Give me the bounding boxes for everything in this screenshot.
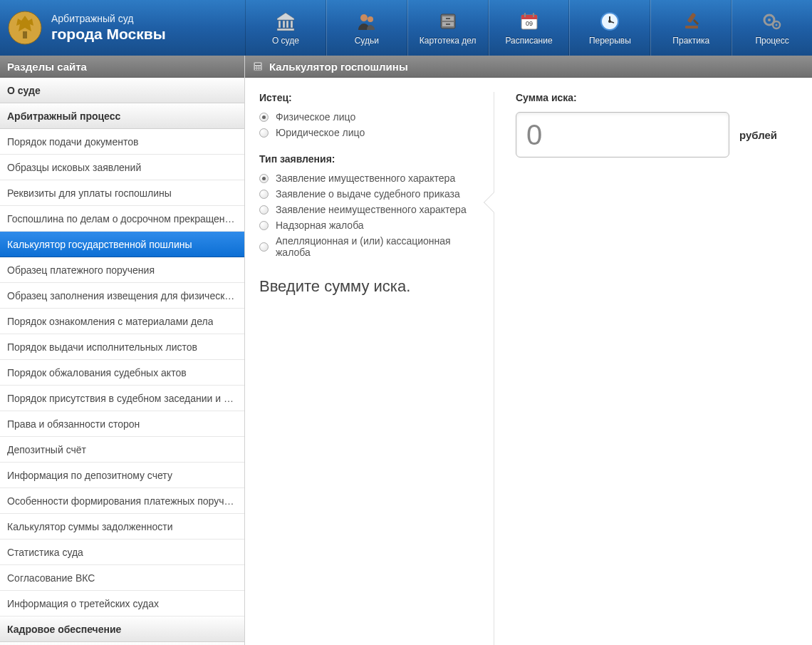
sidebar-item-label: Калькулятор суммы задолженности	[7, 521, 173, 532]
sidebar-item[interactable]: Реквизиты для уплаты госпошлины	[0, 180, 244, 206]
nav-judges[interactable]: Судьи	[326, 0, 407, 56]
sidebar-item[interactable]: Статистика суда	[0, 540, 244, 565]
sidebar-item[interactable]: Образцы исковых заявлений	[0, 155, 244, 180]
sidebar-item-label: Реквизиты для уплаты госпошлины	[7, 187, 172, 199]
radio-icon	[259, 221, 269, 230]
nav-process[interactable]: Процесс	[732, 0, 812, 56]
sidebar-item-label: Порядок ознакомления с материалами дела	[7, 316, 213, 327]
nav-cases[interactable]: Картотека дел	[407, 0, 489, 56]
nav-schedule[interactable]: 09 Расписание	[489, 0, 570, 56]
svg-point-28	[257, 66, 259, 68]
sidebar-item[interactable]: Особенности формирования платежных поруч…	[0, 488, 244, 514]
calendar-icon: 09	[518, 10, 541, 33]
claim-type-radio-group: Заявление имущественного характераЗаявле…	[259, 170, 479, 260]
sidebar-item-label: Кадровое обеспечение	[7, 624, 121, 635]
calculator-icon	[252, 61, 264, 72]
svg-point-29	[259, 66, 261, 68]
radio-label: Юридическое лицо	[276, 127, 365, 138]
sidebar-item[interactable]: Порядок подачи документов	[0, 129, 244, 155]
sidebar-item[interactable]: Порядок обжалования судебных актов	[0, 360, 244, 386]
header-brand[interactable]: Арбитражный суд города Москвы	[0, 0, 245, 56]
sidebar-item-label: Особенности формирования платежных поруч…	[7, 495, 234, 507]
sidebar-item-label: Арбитражный процесс	[7, 110, 120, 122]
sidebar-item-label: Госпошлина по делам о досрочном прекраще…	[7, 213, 235, 225]
radio-label: Заявление о выдаче судебного приказа	[276, 188, 460, 200]
radio-icon	[259, 190, 269, 199]
app-header: Арбитражный суд города Москвы О суде Суд…	[0, 0, 812, 56]
sidebar-item-label: Образцы исковых заявлений	[7, 162, 141, 173]
claim-type-option[interactable]: Заявление имущественного характера	[259, 170, 479, 186]
svg-point-27	[255, 66, 256, 68]
svg-rect-19	[685, 26, 698, 29]
radio-icon	[259, 113, 269, 122]
claim-type-option[interactable]: Апелляционная и (или) кассационная жалоб…	[259, 233, 479, 260]
sidebar-item[interactable]: Арбитражный процесс	[0, 103, 244, 129]
clock-icon	[598, 10, 621, 33]
sidebar-item[interactable]: Образец платежного поручения	[0, 257, 244, 283]
sidebar-item-label: Права и обязанности сторон	[7, 418, 140, 430]
sidebar-item[interactable]: Информация о третейских судах	[0, 591, 244, 616]
sidebar-item-label: Согласование ВКС	[7, 572, 95, 584]
radio-label: Заявление имущественного характера	[276, 172, 455, 184]
gears-icon	[761, 10, 784, 33]
content-header: Калькулятор госпошлины	[245, 56, 812, 78]
svg-rect-1	[23, 31, 27, 38]
sum-column: Сумма иска: рублей	[494, 92, 812, 645]
svg-text:09: 09	[525, 20, 532, 27]
sum-label: Сумма иска:	[516, 92, 798, 103]
sidebar-header: Разделы сайта	[0, 56, 244, 78]
sidebar-item[interactable]: Пресс-служба	[0, 642, 244, 645]
header-title-line2: города Москвы	[51, 26, 166, 43]
radio-icon	[259, 205, 269, 215]
svg-rect-10	[521, 15, 537, 19]
gavel-icon	[680, 10, 702, 33]
form-column: Истец: Физическое лицоЮридическое лицо Т…	[245, 92, 494, 645]
plaintiff-option[interactable]: Физическое лицо	[259, 109, 479, 125]
claim-type-option[interactable]: Заявление неимущественного характера	[259, 202, 479, 217]
nav-about[interactable]: О суде	[245, 0, 326, 56]
claim-type-option[interactable]: Заявление о выдаче судебного приказа	[259, 186, 479, 202]
sidebar-item-label: Калькулятор государственной пошлины	[7, 239, 192, 250]
sidebar-item[interactable]: Порядок присутствия в судебном заседании…	[0, 386, 244, 411]
svg-rect-26	[255, 63, 261, 65]
sidebar-item[interactable]: Права и обязанности сторон	[0, 411, 244, 437]
sidebar-item[interactable]: Согласование ВКС	[0, 565, 244, 591]
sidebar-item[interactable]: Калькулятор суммы задолженности	[0, 514, 244, 540]
sidebar-item[interactable]: Порядок ознакомления с материалами дела	[0, 309, 244, 334]
sidebar-item[interactable]: Депозитный счёт	[0, 437, 244, 463]
sidebar: Разделы сайта О судеАрбитражный процессП…	[0, 56, 245, 645]
radio-label: Надзорная жалоба	[276, 220, 364, 231]
sidebar-item-label: Порядок выдачи исполнительных листов	[7, 341, 197, 353]
sum-input[interactable]	[516, 112, 729, 158]
sidebar-item[interactable]: О суде	[0, 78, 244, 103]
svg-rect-12	[533, 13, 534, 17]
sidebar-item-label: Информация о третейских судах	[7, 598, 159, 609]
sidebar-item[interactable]: Образец заполнения извещения для физичес…	[0, 283, 244, 309]
sidebar-item[interactable]: Калькулятор государственной пошлины	[0, 232, 244, 257]
sidebar-item[interactable]: Госпошлина по делам о досрочном прекраще…	[0, 206, 244, 232]
sidebar-item-label: Депозитный счёт	[7, 444, 86, 455]
svg-point-32	[259, 68, 261, 70]
court-building-icon	[274, 10, 297, 33]
nav-breaks[interactable]: Перерывы	[569, 0, 650, 56]
sidebar-item-label: Статистика суда	[7, 547, 83, 558]
sidebar-item[interactable]: Информация по депозитному счету	[0, 463, 244, 488]
sidebar-item-label: О суде	[7, 85, 41, 96]
svg-rect-11	[524, 13, 526, 17]
nav-practice[interactable]: Практика	[650, 0, 732, 56]
sidebar-item[interactable]: Кадровое обеспечение	[0, 616, 244, 642]
sidebar-item[interactable]: Порядок выдачи исполнительных листов	[0, 334, 244, 360]
sidebar-item-label: Информация по депозитному счету	[7, 470, 172, 481]
plaintiff-option[interactable]: Юридическое лицо	[259, 125, 479, 140]
svg-rect-7	[446, 18, 450, 19]
plaintiff-label: Истец:	[259, 92, 479, 103]
plaintiff-radio-group: Физическое лицоЮридическое лицо	[259, 109, 479, 140]
svg-point-24	[776, 24, 778, 26]
claim-type-option[interactable]: Надзорная жалоба	[259, 217, 479, 233]
radio-icon	[259, 242, 269, 252]
header-title-line1: Арбитражный суд	[51, 13, 166, 24]
svg-point-30	[255, 68, 256, 70]
sidebar-list[interactable]: О судеАрбитражный процессПорядок подачи …	[0, 78, 244, 645]
radio-icon	[259, 174, 269, 183]
judges-icon	[355, 10, 378, 33]
